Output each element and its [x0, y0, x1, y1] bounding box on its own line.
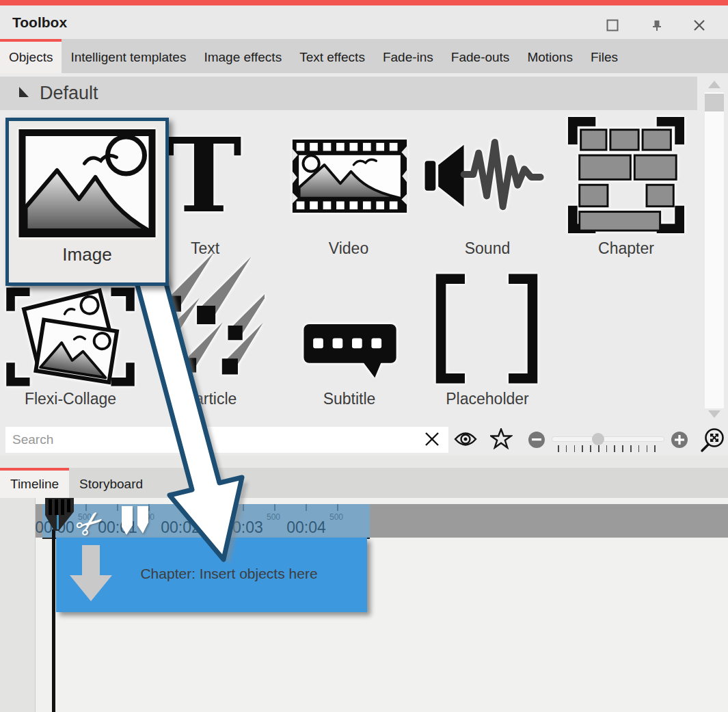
object-label-chapter: Chapter — [598, 239, 654, 258]
scrollbar-down-arrow[interactable] — [708, 410, 720, 418]
video-object-icon[interactable] — [290, 137, 409, 218]
search-input[interactable] — [5, 427, 448, 453]
close-button[interactable] — [691, 18, 707, 35]
object-label-placeholder: Placeholder — [446, 390, 528, 408]
ruler-time-label: 00:02 — [161, 518, 200, 537]
pin-button[interactable] — [649, 18, 665, 35]
zoom-reset-icon[interactable] — [699, 427, 726, 457]
thumbnail-size-slider[interactable] — [552, 436, 664, 442]
placeholder-object-icon[interactable] — [429, 272, 544, 388]
insert-marker-icon — [120, 506, 152, 543]
tab-fade-ins[interactable]: Fade-ins — [374, 39, 442, 73]
clear-search-icon[interactable] — [424, 431, 440, 450]
playhead-line — [52, 529, 55, 712]
tab-motions[interactable]: Motions — [518, 39, 582, 73]
collapse-triangle-icon — [18, 86, 29, 101]
ruler-half-label: 500 — [267, 512, 280, 522]
view-tabbar: Timeline Storyboard — [0, 468, 728, 498]
eye-icon[interactable] — [454, 430, 477, 451]
flexi-collage-object-icon[interactable] — [5, 287, 135, 389]
subtitle-object-icon[interactable] — [301, 320, 402, 390]
scrollbar-thumb[interactable] — [705, 94, 724, 111]
zoom-in-button[interactable] — [671, 432, 688, 448]
tab-intelligent-templates[interactable]: Intelligent templates — [62, 39, 195, 73]
zoom-out-button[interactable] — [528, 432, 545, 448]
sound-object-icon[interactable] — [422, 135, 552, 219]
tab-text-effects[interactable]: Text effects — [291, 39, 374, 73]
object-tile-image[interactable]: Image — [5, 118, 169, 286]
tab-timeline[interactable]: Timeline — [0, 468, 69, 498]
ruler-half-label: 500 — [204, 512, 217, 522]
scrollbar-track[interactable] — [705, 92, 724, 408]
pin-icon — [650, 18, 664, 35]
drop-here-arrow-icon — [68, 545, 113, 605]
tab-storyboard[interactable]: Storyboard — [69, 468, 153, 498]
object-label-flexi-collage: Flexi-Collage — [25, 390, 116, 408]
object-label: Image — [62, 244, 111, 265]
window-title: Toolbox — [12, 14, 67, 31]
favorites-star-icon[interactable] — [490, 428, 513, 452]
tab-files[interactable]: Files — [582, 39, 627, 73]
ruler-half-label: 500 — [329, 512, 343, 522]
object-label-video: Video — [329, 239, 368, 258]
playhead-marker[interactable] — [41, 497, 77, 536]
toolbox-window: Toolbox Objects Intelligent templates Im… — [0, 0, 728, 712]
ruler-time-label: 00:03 — [224, 518, 263, 537]
tab-image-effects[interactable]: Image effects — [195, 39, 291, 73]
maximize-icon — [606, 18, 619, 35]
window-accent-strip — [0, 0, 728, 5]
scrollbar-up-arrow[interactable] — [708, 81, 720, 88]
timeline-toolbar — [0, 498, 36, 712]
object-label-particle: Particle — [185, 390, 237, 408]
titlebar[interactable]: Toolbox — [0, 5, 728, 39]
chapter-hint-text: Chapter: Insert objects here — [140, 566, 317, 582]
ruler-time-label: 00:04 — [286, 518, 326, 537]
thumbnail-size-slider-thumb[interactable] — [592, 433, 604, 445]
chapter-object-icon[interactable] — [567, 116, 685, 237]
object-label-sound: Sound — [465, 239, 511, 258]
object-label-subtitle: Subtitle — [323, 390, 376, 408]
image-object-icon — [17, 129, 157, 240]
slider-tick-marks — [558, 445, 656, 452]
tab-objects[interactable]: Objects — [0, 39, 62, 73]
toolbox-tabbar: Objects Intelligent templates Image effe… — [0, 39, 728, 73]
section-label: Default — [40, 83, 98, 104]
panel-divider — [0, 456, 728, 468]
text-object-icon[interactable]: T — [165, 134, 242, 216]
maximize-button[interactable] — [604, 18, 621, 35]
section-header-default[interactable]: Default — [0, 77, 697, 110]
tab-fade-outs[interactable]: Fade-outs — [442, 39, 519, 73]
close-icon — [692, 18, 706, 35]
